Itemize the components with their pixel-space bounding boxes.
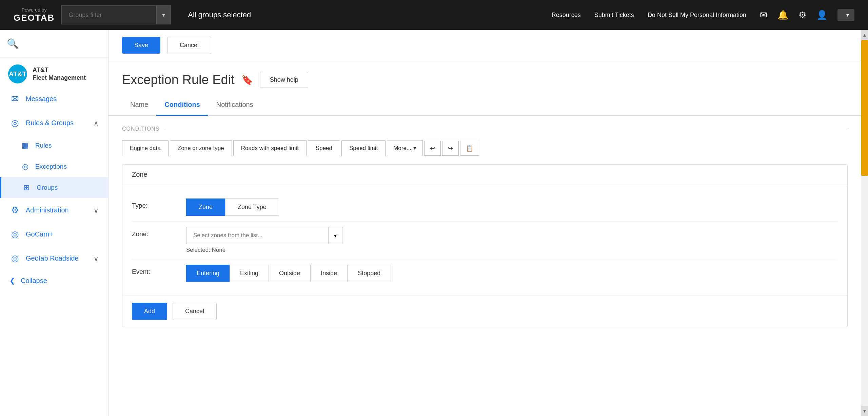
undo-button[interactable]: ↩ bbox=[424, 141, 441, 156]
collapse-button[interactable]: ❮ Collapse bbox=[0, 270, 108, 291]
att-logo-circle: AT&T bbox=[8, 64, 27, 83]
event-outside-button[interactable]: Outside bbox=[269, 265, 310, 282]
type-field: Type: Zone Zone Type bbox=[132, 193, 838, 222]
tab-conditions[interactable]: Conditions bbox=[156, 95, 208, 116]
more-button[interactable]: More... ▾ bbox=[387, 140, 423, 156]
show-help-button[interactable]: Show help bbox=[260, 72, 308, 88]
engine-data-button[interactable]: Engine data bbox=[122, 140, 169, 156]
scrollbar-thumb[interactable] bbox=[861, 40, 868, 176]
rules-groups-chevron: ∧ bbox=[94, 119, 99, 127]
conditions-section: CONDITIONS Engine data Zone or zone type… bbox=[108, 116, 861, 337]
sidebar-logo: AT&T AT&T Fleet Management bbox=[0, 58, 108, 87]
resources-link[interactable]: Resources bbox=[552, 12, 581, 19]
save-button[interactable]: Save bbox=[122, 37, 160, 54]
type-zone-button[interactable]: Zone bbox=[186, 198, 225, 216]
topbar-left: Powered by GEOTAB ▾ All groups selected bbox=[14, 5, 251, 24]
groups-filter-dropdown[interactable]: ▾ bbox=[156, 5, 171, 24]
speed-limit-button[interactable]: Speed limit bbox=[341, 140, 386, 156]
zone-card-header: Zone bbox=[122, 165, 847, 185]
event-exiting-button[interactable]: Exiting bbox=[230, 265, 269, 282]
event-field: Event: Entering Exiting Outside Inside S… bbox=[132, 259, 838, 287]
sidebar-label-rules: Rules bbox=[35, 142, 52, 149]
bookmark-icon[interactable]: 🔖 bbox=[241, 74, 253, 86]
type-field-value: Zone Zone Type bbox=[186, 198, 838, 216]
sidebar-item-geotab-roadside[interactable]: ◎ Geotab Roadside ∨ bbox=[0, 246, 108, 270]
groups-icon: ⊞ bbox=[22, 183, 31, 192]
collapse-label: Collapse bbox=[21, 277, 47, 285]
more-label: More... bbox=[393, 145, 411, 152]
topbar-links: Resources Submit Tickets Do Not Sell My … bbox=[552, 12, 746, 19]
submit-tickets-link[interactable]: Submit Tickets bbox=[594, 12, 634, 19]
groups-filter-input[interactable] bbox=[61, 5, 156, 24]
user-icon[interactable]: 👤 bbox=[816, 10, 827, 20]
event-entering-button[interactable]: Entering bbox=[186, 265, 230, 282]
zone-or-zone-type-button[interactable]: Zone or zone type bbox=[170, 140, 232, 156]
redo-button[interactable]: ↪ bbox=[442, 141, 459, 156]
sidebar-item-messages[interactable]: ✉ Messages bbox=[0, 87, 108, 111]
exceptions-icon: ◎ bbox=[20, 162, 30, 171]
do-not-sell-link[interactable]: Do Not Sell My Personal Information bbox=[648, 12, 746, 19]
messages-icon: ✉ bbox=[9, 94, 20, 104]
groups-selected-text: All groups selected bbox=[188, 11, 251, 19]
zone-select-dropdown[interactable]: ▾ bbox=[329, 227, 342, 244]
scrollbar-up[interactable]: ▲ bbox=[861, 30, 868, 40]
collapse-icon: ❮ bbox=[9, 277, 15, 285]
sidebar-label-messages: Messages bbox=[26, 95, 57, 103]
event-inside-button[interactable]: Inside bbox=[310, 265, 347, 282]
more-chevron: ▾ bbox=[413, 145, 416, 152]
att-line2: Fleet Management bbox=[33, 74, 86, 82]
zone-selected-text: Selected: None bbox=[186, 247, 838, 253]
main-content: Save Cancel Exception Rule Edit 🔖 Show h… bbox=[108, 30, 861, 416]
geotab-roadside-icon: ◎ bbox=[9, 253, 20, 264]
att-line1: AT&T bbox=[33, 66, 86, 74]
sidebar-nav: ✉ Messages ◎ Rules & Groups ∧ ▦ Rules ◎ … bbox=[0, 87, 108, 416]
sidebar-search-area: 🔍 bbox=[0, 30, 108, 58]
sidebar-label-groups: Groups bbox=[37, 184, 58, 191]
sidebar-item-groups[interactable]: ⊞ Groups bbox=[0, 177, 108, 198]
zone-select-input[interactable] bbox=[186, 227, 329, 244]
sidebar-label-geotab-roadside: Geotab Roadside bbox=[26, 254, 79, 262]
page-title-area: Exception Rule Edit 🔖 Show help bbox=[108, 61, 861, 95]
type-zone-type-button[interactable]: Zone Type bbox=[225, 198, 279, 216]
administration-chevron: ∨ bbox=[94, 206, 99, 214]
zone-field-value: ▾ Selected: None bbox=[186, 227, 838, 253]
brand-name: GEOTAB bbox=[14, 13, 55, 23]
rules-groups-icon: ◎ bbox=[9, 118, 20, 128]
cancel-header-button[interactable]: Cancel bbox=[167, 37, 211, 54]
add-button[interactable]: Add bbox=[132, 303, 167, 320]
zone-field-label: Zone: bbox=[132, 227, 186, 238]
user-menu[interactable]: ▾ bbox=[837, 9, 854, 21]
bell-icon[interactable]: 🔔 bbox=[777, 10, 788, 20]
sidebar-item-rules-groups[interactable]: ◎ Rules & Groups ∧ bbox=[0, 111, 108, 135]
sidebar-item-rules[interactable]: ▦ Rules bbox=[0, 135, 108, 156]
sidebar-item-administration[interactable]: ⚙ Administration ∨ bbox=[0, 198, 108, 222]
sidebar-item-gocam[interactable]: ◎ GoCam+ bbox=[0, 222, 108, 246]
topbar: Powered by GEOTAB ▾ All groups selected … bbox=[0, 0, 868, 30]
event-field-value: Entering Exiting Outside Inside Stopped bbox=[186, 265, 838, 282]
user-menu-chevron: ▾ bbox=[846, 12, 849, 18]
sidebar-item-exceptions[interactable]: ◎ Exceptions bbox=[0, 156, 108, 177]
copy-button[interactable]: 📋 bbox=[460, 141, 479, 156]
tab-name[interactable]: Name bbox=[122, 95, 156, 116]
zone-field: Zone: ▾ Selected: None bbox=[132, 222, 838, 259]
tab-notifications[interactable]: Notifications bbox=[208, 95, 261, 116]
conditions-label: CONDITIONS bbox=[122, 126, 848, 132]
zone-select: ▾ bbox=[186, 227, 838, 244]
scrollbar-down[interactable]: ▼ bbox=[861, 406, 868, 416]
zone-card-body: Type: Zone Zone Type Zone: bbox=[122, 185, 847, 296]
mail-icon[interactable]: ✉ bbox=[760, 10, 767, 20]
settings-icon[interactable]: ⚙ bbox=[798, 10, 806, 20]
type-field-label: Type: bbox=[132, 198, 186, 209]
page-title: Exception Rule Edit bbox=[122, 73, 235, 87]
speed-button[interactable]: Speed bbox=[308, 140, 340, 156]
sidebar-label-gocam: GoCam+ bbox=[26, 230, 53, 238]
sidebar: 🔍 AT&T AT&T Fleet Management ✉ Messages … bbox=[0, 30, 108, 416]
event-stopped-button[interactable]: Stopped bbox=[347, 265, 391, 282]
type-btn-group: Zone Zone Type bbox=[186, 198, 838, 216]
roads-with-speed-limit-button[interactable]: Roads with speed limit bbox=[233, 140, 307, 156]
rules-icon: ▦ bbox=[20, 141, 30, 150]
gocam-icon: ◎ bbox=[9, 229, 20, 240]
card-cancel-button[interactable]: Cancel bbox=[173, 303, 217, 320]
geotab-logo: Powered by GEOTAB bbox=[14, 7, 55, 23]
search-icon[interactable]: 🔍 bbox=[7, 38, 19, 49]
